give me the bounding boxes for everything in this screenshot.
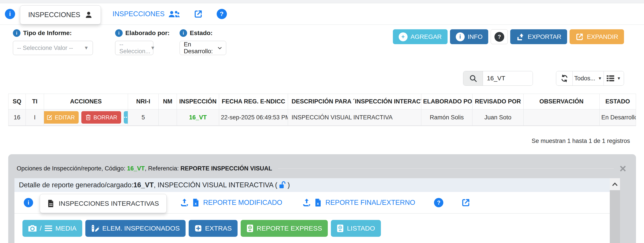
external-link-icon[interactable] [461, 198, 470, 207]
reporte-express-button[interactable]: REPORTE EXPRESS [241, 220, 328, 237]
caret-down-icon: ▼ [84, 45, 89, 51]
svg-text:x: x [317, 202, 319, 206]
col-nm[interactable]: NM [159, 94, 177, 109]
filter-elaborado-por: i Elaborado por: -- Seleccion... ▼ [115, 29, 166, 55]
refresh-button[interactable] [556, 71, 573, 85]
passport-report-icon [337, 224, 344, 233]
borrar-button[interactable]: BORRAR [81, 111, 121, 124]
list-pen-icon [91, 224, 99, 232]
chevron-down-icon [218, 47, 222, 49]
col-nri-i[interactable]: NRI-I [128, 94, 159, 109]
info-button[interactable]: i INFO [450, 29, 488, 44]
tab-inspecciones-label: INSPECCIONES [28, 11, 80, 19]
plus-square-icon [194, 225, 202, 232]
table-row: 16 I EDITAR [8, 109, 636, 126]
cell-nri-i: 5 [128, 109, 159, 126]
col-fecha[interactable]: FECHA REG. E-NDICC [219, 94, 288, 109]
columns-dropdown[interactable]: ▼ [604, 71, 624, 85]
cell-estado: En Desarrollo [600, 109, 636, 126]
search-icon [463, 71, 483, 85]
agregar-button[interactable]: + AGREGAR [393, 29, 448, 44]
reporte-final-label: REPORTE FINAL/EXTERNO [325, 199, 415, 207]
elem-label: ELEM. INSPECIONADOS [102, 225, 180, 232]
tab-inspecciones-group[interactable]: INSPECCIONES [112, 10, 180, 18]
editar-button[interactable]: EDITAR [44, 111, 79, 124]
detail-code: 16_VT [133, 181, 154, 189]
info-icon[interactable]: i [5, 9, 15, 19]
scroll-up-button[interactable] [610, 178, 620, 190]
person-icon [85, 11, 93, 19]
info-icon[interactable]: i [24, 198, 33, 207]
col-elaborado[interactable]: ELABORADO POR [421, 94, 472, 109]
scrollbar[interactable] [610, 178, 620, 243]
caret-down-icon: ▼ [617, 76, 621, 81]
report-detail-container: Detalle de reporte generado/cargado: 16_… [14, 178, 620, 243]
external-link-icon[interactable] [194, 9, 203, 19]
tab-inspecciones-interactivas[interactable]: INSPECCIONES INTERACTIVAS [40, 194, 167, 213]
ellipsis-icon: ••• [124, 115, 128, 120]
detail-prefix: Detalle de reporte generado/cargado: [19, 181, 133, 189]
toolbar: + AGREGAR i INFO ? EXPORTAR EXPANDIR [393, 29, 624, 44]
elaborado-por-select[interactable]: -- Seleccion... ▼ [115, 41, 153, 55]
search-input-group [463, 71, 533, 86]
detail-desc: , INSPECCIÓN VISUAL INTERACTIVA ( [154, 181, 277, 189]
file-icon [48, 200, 54, 208]
estado-select[interactable]: En Desarrollo: [180, 41, 226, 55]
panel-title-prefix: Opciones de Inspección/reporte, Código: [17, 165, 127, 172]
media-button[interactable]: / MEDIA [22, 220, 82, 237]
exportar-label: EXPORTAR [528, 33, 561, 40]
col-ti[interactable]: TI [26, 94, 44, 109]
people-icon [168, 10, 180, 18]
expandir-button[interactable]: EXPANDIR [570, 29, 624, 44]
excel-file-icon: x [315, 198, 322, 207]
info-circle-icon: i [456, 32, 465, 41]
filter-tipo-informe: i Tipo de Informe: -- Seleccione Valor -… [13, 29, 93, 55]
close-icon[interactable]: × [620, 164, 626, 173]
col-observacion[interactable]: OBSERVACIÓN [524, 94, 600, 109]
col-sq[interactable]: SQ [8, 94, 26, 109]
agregar-label: AGREGAR [411, 33, 442, 40]
cell-sq: 16 [8, 109, 26, 126]
reporte-modificado-label: REPORTE MODIFICADO [203, 199, 282, 207]
upload-icon [302, 198, 311, 207]
scope-dropdown[interactable]: Todos... ▼ [573, 71, 604, 85]
info-icon[interactable]: i [13, 29, 20, 37]
options-panel: Opciones de Inspección/reporte, Código: … [8, 154, 636, 243]
help-icon[interactable]: ? [434, 198, 443, 207]
filter-tipo-label: Tipo de Informe: [23, 29, 72, 37]
col-estado[interactable]: ESTADO [600, 94, 636, 109]
controls-row: i Tipo de Informe: -- Seleccione Valor -… [0, 25, 644, 65]
panel-title-row: Opciones de Inspección/reporte, Código: … [8, 154, 636, 173]
tipo-informe-select[interactable]: -- Seleccione Valor -- ▼ [13, 41, 93, 55]
extras-button[interactable]: EXTRAS [189, 220, 238, 237]
report-actions: / MEDIA ELEM. INSPECIONADOS EXTRAS [14, 214, 620, 237]
scroll-thumb[interactable] [610, 190, 620, 243]
info-label: INFO [468, 33, 483, 40]
reporte-modificado-link[interactable]: x REPORTE MODIFICADO [180, 198, 282, 207]
edit-pencil-icon [46, 114, 53, 121]
exportar-button[interactable]: EXPORTAR [510, 29, 567, 44]
title-divider [278, 168, 614, 169]
list-columns-icon [607, 75, 614, 82]
cell-fecha: 22-sep-2025 06:49:53 PM [219, 109, 288, 126]
elem-inspecionados-button[interactable]: ELEM. INSPECIONADOS [85, 220, 185, 237]
search-input[interactable] [483, 71, 533, 85]
unlock-icon[interactable] [279, 181, 286, 189]
help-icon[interactable]: ? [217, 9, 227, 19]
borrar-label: BORRAR [93, 114, 117, 121]
caret-down-icon: ▼ [598, 76, 602, 81]
cell-inspeccion[interactable]: 16_VT [177, 109, 219, 126]
help-button[interactable]: ? [491, 29, 508, 44]
col-revisado[interactable]: REVISADO POR [472, 94, 524, 109]
info-icon[interactable]: i [180, 29, 187, 37]
more-actions-button[interactable]: ••• [124, 111, 128, 124]
tab-inspecciones-active[interactable]: INSPECCIONES [20, 5, 101, 24]
col-inspeccion[interactable]: INSPECCIÓN [177, 94, 219, 109]
report-tabs: i INSPECCIONES INTERACTIVAS x REPORTE MO… [14, 192, 610, 214]
cell-observacion [524, 109, 600, 126]
listado-button[interactable]: LISTADO [331, 220, 381, 237]
info-icon[interactable]: i [115, 29, 123, 37]
filter-elaborado-label: Elaborado por: [125, 29, 170, 37]
reporte-final-link[interactable]: x REPORTE FINAL/EXTERNO [302, 198, 415, 207]
col-descripcion[interactable]: DESCRIPCIÓN PARA ´INSPECCIÓN INTERACTIVA… [288, 94, 421, 109]
